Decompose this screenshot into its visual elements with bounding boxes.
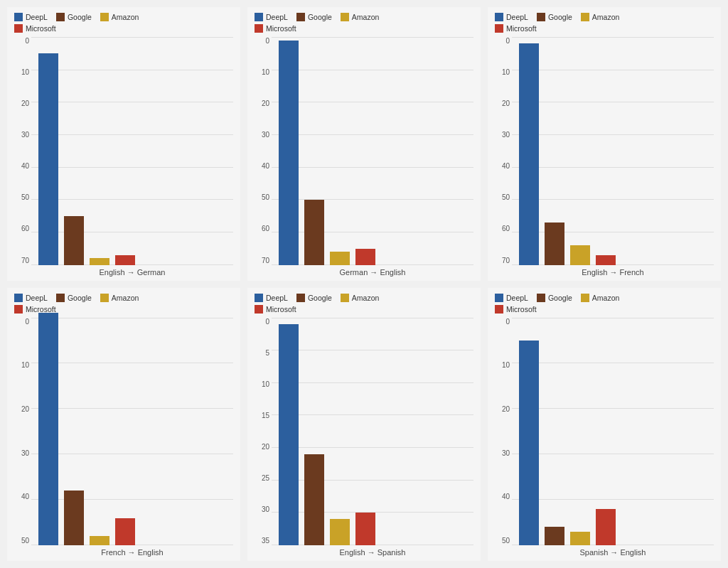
legend-label-deepl: DeepL	[26, 13, 48, 21]
legend-swatch-google	[537, 294, 545, 302]
chart-area-de-en: 706050403020100German → English	[255, 37, 473, 277]
y-tick: 20	[255, 443, 269, 451]
legend-swatch-amazon	[341, 13, 349, 21]
y-tick: 10	[14, 68, 29, 76]
y-tick: 35	[255, 537, 269, 545]
legend-item-google: Google	[296, 13, 332, 21]
legend-swatch-amazon	[100, 294, 109, 302]
chart-cell-en-es: DeepLGoogleAmazonMicrosoft35302520151050…	[247, 288, 481, 562]
bar-microsoft	[355, 513, 375, 545]
legend-item-amazon: Amazon	[581, 13, 620, 21]
y-tick: 5	[255, 349, 269, 357]
legend-label-microsoft: Microsoft	[266, 305, 296, 314]
legend-item-google: Google	[537, 294, 572, 302]
bars-inner-de-en	[272, 37, 473, 265]
legend-label-amazon: Amazon	[352, 294, 380, 302]
bars-container-en-es	[272, 318, 473, 546]
legend-de-en: DeepLGoogleAmazonMicrosoft	[255, 13, 473, 33]
y-tick: 20	[495, 100, 510, 107]
chart-body-es-en: 50403020100	[495, 318, 714, 546]
legend-swatch-google	[296, 13, 305, 21]
chart-area-en-fr: 706050403020100English → French	[495, 37, 714, 277]
chart-title-en-de: English → German	[14, 268, 233, 277]
bar-amazon	[570, 245, 590, 264]
y-tick: 30	[495, 131, 510, 139]
chart-body-en-es: 35302520151050	[255, 318, 473, 546]
legend-item-microsoft: Microsoft	[255, 24, 296, 33]
legend-label-google: Google	[548, 13, 572, 21]
charts-grid: DeepLGoogleAmazonMicrosoft70605040302010…	[0, 0, 728, 568]
legend-label-amazon: Amazon	[352, 13, 380, 21]
legend-label-deepl: DeepL	[506, 13, 528, 21]
legend-item-deepl: DeepL	[14, 294, 48, 302]
legend-label-deepl: DeepL	[266, 294, 288, 302]
y-tick: 25	[255, 474, 269, 482]
bar-deepl	[279, 41, 299, 265]
bar-microsoft	[596, 509, 616, 545]
bar-google	[64, 216, 84, 265]
bar-microsoft	[115, 518, 135, 545]
legend-item-deepl: DeepL	[255, 13, 288, 21]
y-tick: 30	[255, 131, 269, 139]
legend-swatch-deepl	[255, 13, 263, 21]
bar-deepl	[38, 53, 58, 265]
legend-item-microsoft: Microsoft	[14, 305, 56, 314]
legend-swatch-deepl	[255, 294, 263, 302]
legend-item-deepl: DeepL	[255, 294, 288, 302]
legend-item-microsoft: Microsoft	[495, 24, 537, 33]
bars-container-en-de	[31, 37, 233, 265]
y-tick: 20	[14, 100, 29, 107]
bars-inner-fr-en	[31, 318, 233, 546]
y-tick: 70	[255, 257, 269, 264]
y-axis-de-en: 706050403020100	[255, 37, 272, 265]
bar-amazon	[570, 532, 590, 545]
y-tick: 0	[495, 318, 510, 326]
y-tick: 60	[495, 225, 510, 232]
y-tick: 0	[255, 37, 269, 45]
legend-item-microsoft: Microsoft	[255, 305, 296, 314]
legend-label-amazon: Amazon	[592, 294, 620, 302]
legend-en-de: DeepLGoogleAmazonMicrosoft	[14, 13, 233, 33]
bar-amazon	[90, 258, 109, 264]
chart-title-es-en: Spanish → English	[495, 548, 714, 557]
bar-google	[304, 454, 324, 545]
legend-swatch-google	[296, 294, 305, 302]
y-tick: 40	[495, 162, 510, 170]
legend-item-deepl: DeepL	[495, 13, 528, 21]
legend-label-deepl: DeepL	[26, 294, 48, 302]
y-tick: 60	[14, 225, 29, 232]
bar-microsoft	[115, 255, 135, 265]
y-tick: 50	[495, 537, 510, 545]
legend-label-google: Google	[308, 13, 332, 21]
legend-swatch-microsoft	[495, 305, 503, 314]
bars-inner-en-es	[272, 318, 473, 546]
bars-inner-es-en	[512, 318, 714, 546]
chart-body-en-de: 706050403020100	[14, 37, 233, 265]
bar-amazon	[330, 252, 350, 264]
chart-area-en-de: 706050403020100English → German	[14, 37, 233, 277]
y-axis-en-es: 35302520151050	[255, 318, 272, 546]
y-tick: 40	[14, 493, 29, 500]
legend-swatch-amazon	[581, 13, 589, 21]
y-tick: 30	[14, 131, 29, 139]
legend-swatch-amazon	[100, 13, 109, 21]
legend-en-es: DeepLGoogleAmazonMicrosoft	[255, 294, 473, 314]
legend-item-google: Google	[56, 294, 92, 302]
legend-swatch-microsoft	[14, 24, 23, 33]
legend-swatch-deepl	[495, 294, 503, 302]
y-tick: 10	[495, 68, 510, 76]
bar-deepl	[519, 341, 539, 545]
legend-label-microsoft: Microsoft	[26, 24, 56, 33]
chart-body-fr-en: 50403020100	[14, 318, 233, 546]
bar-google	[545, 527, 564, 545]
y-tick: 0	[495, 37, 510, 45]
y-tick: 20	[14, 405, 29, 413]
legend-es-en: DeepLGoogleAmazonMicrosoft	[495, 294, 714, 314]
bars-container-de-en	[272, 37, 473, 265]
y-tick: 20	[255, 100, 269, 107]
legend-swatch-microsoft	[495, 24, 503, 33]
legend-label-amazon: Amazon	[112, 13, 139, 21]
legend-swatch-deepl	[14, 13, 23, 21]
chart-title-en-es: English → Spanish	[255, 548, 473, 557]
legend-swatch-amazon	[581, 294, 589, 302]
